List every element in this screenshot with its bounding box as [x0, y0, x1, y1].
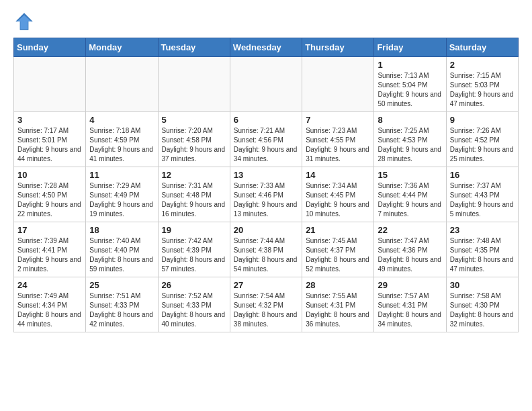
day-number: 22: [378, 225, 442, 235]
calendar-cell: 16Sunrise: 7:37 AM Sunset: 4:43 PM Dayli…: [446, 167, 518, 222]
day-info: Sunrise: 7:44 AM Sunset: 4:38 PM Dayligh…: [234, 236, 298, 274]
calendar-cell: [86, 57, 158, 112]
day-number: 11: [89, 170, 154, 180]
day-number: 16: [450, 170, 515, 180]
day-info: Sunrise: 7:34 AM Sunset: 4:45 PM Dayligh…: [306, 181, 370, 219]
day-info: Sunrise: 7:55 AM Sunset: 4:31 PM Dayligh…: [306, 291, 370, 329]
day-info: Sunrise: 7:48 AM Sunset: 4:35 PM Dayligh…: [450, 236, 515, 274]
calendar-cell: 9Sunrise: 7:26 AM Sunset: 4:52 PM Daylig…: [446, 112, 518, 167]
day-number: 18: [89, 225, 154, 235]
page: SundayMondayTuesdayWednesdayThursdayFrid…: [0, 0, 532, 339]
day-info: Sunrise: 7:58 AM Sunset: 4:30 PM Dayligh…: [450, 291, 515, 329]
header: [13, 11, 519, 32]
day-info: Sunrise: 7:52 AM Sunset: 4:33 PM Dayligh…: [162, 291, 226, 329]
day-info: Sunrise: 7:42 AM Sunset: 4:39 PM Dayligh…: [162, 236, 226, 274]
day-info: Sunrise: 7:28 AM Sunset: 4:50 PM Dayligh…: [17, 181, 82, 219]
day-info: Sunrise: 7:26 AM Sunset: 4:52 PM Dayligh…: [450, 126, 515, 164]
day-number: 28: [306, 280, 370, 290]
day-info: Sunrise: 7:18 AM Sunset: 4:59 PM Dayligh…: [89, 126, 154, 164]
day-number: 3: [17, 115, 82, 125]
weekday-header-monday: Monday: [86, 38, 158, 57]
calendar-week-row: 3Sunrise: 7:17 AM Sunset: 5:01 PM Daylig…: [14, 112, 519, 167]
day-info: Sunrise: 7:29 AM Sunset: 4:49 PM Dayligh…: [89, 181, 154, 219]
calendar-cell: 17Sunrise: 7:39 AM Sunset: 4:41 PM Dayli…: [14, 222, 86, 277]
day-number: 19: [162, 225, 226, 235]
weekday-header-wednesday: Wednesday: [230, 38, 302, 57]
calendar-cell: 23Sunrise: 7:48 AM Sunset: 4:35 PM Dayli…: [446, 222, 518, 277]
calendar-cell: 20Sunrise: 7:44 AM Sunset: 4:38 PM Dayli…: [230, 222, 302, 277]
day-info: Sunrise: 7:36 AM Sunset: 4:44 PM Dayligh…: [378, 181, 442, 219]
calendar-cell: 3Sunrise: 7:17 AM Sunset: 5:01 PM Daylig…: [14, 112, 86, 167]
calendar-cell: 14Sunrise: 7:34 AM Sunset: 4:45 PM Dayli…: [302, 167, 374, 222]
logo-icon: [13, 11, 35, 32]
calendar-cell: 15Sunrise: 7:36 AM Sunset: 4:44 PM Dayli…: [374, 167, 446, 222]
calendar-cell: 11Sunrise: 7:29 AM Sunset: 4:49 PM Dayli…: [86, 167, 158, 222]
calendar-week-row: 17Sunrise: 7:39 AM Sunset: 4:41 PM Dayli…: [14, 222, 519, 277]
calendar-cell: 28Sunrise: 7:55 AM Sunset: 4:31 PM Dayli…: [302, 277, 374, 332]
calendar-cell: 26Sunrise: 7:52 AM Sunset: 4:33 PM Dayli…: [158, 277, 230, 332]
weekday-header-friday: Friday: [374, 38, 446, 57]
day-number: 15: [378, 170, 442, 180]
day-number: 14: [306, 170, 370, 180]
day-info: Sunrise: 7:37 AM Sunset: 4:43 PM Dayligh…: [450, 181, 515, 219]
day-number: 1: [378, 60, 442, 70]
day-number: 27: [234, 280, 298, 290]
day-number: 20: [234, 225, 298, 235]
calendar-cell: 29Sunrise: 7:57 AM Sunset: 4:31 PM Dayli…: [374, 277, 446, 332]
day-number: 29: [378, 280, 442, 290]
day-info: Sunrise: 7:17 AM Sunset: 5:01 PM Dayligh…: [17, 126, 82, 164]
calendar-cell: 7Sunrise: 7:23 AM Sunset: 4:55 PM Daylig…: [302, 112, 374, 167]
day-number: 12: [162, 170, 226, 180]
calendar-week-row: 10Sunrise: 7:28 AM Sunset: 4:50 PM Dayli…: [14, 167, 519, 222]
calendar-cell: 8Sunrise: 7:25 AM Sunset: 4:53 PM Daylig…: [374, 112, 446, 167]
weekday-header-saturday: Saturday: [446, 38, 518, 57]
day-number: 2: [450, 60, 515, 70]
calendar-cell: 2Sunrise: 7:15 AM Sunset: 5:03 PM Daylig…: [446, 57, 518, 112]
day-number: 7: [306, 115, 370, 125]
calendar-cell: 10Sunrise: 7:28 AM Sunset: 4:50 PM Dayli…: [14, 167, 86, 222]
calendar-cell: 21Sunrise: 7:45 AM Sunset: 4:37 PM Dayli…: [302, 222, 374, 277]
day-info: Sunrise: 7:33 AM Sunset: 4:46 PM Dayligh…: [234, 181, 298, 219]
day-number: 30: [450, 280, 515, 290]
weekday-header-thursday: Thursday: [302, 38, 374, 57]
calendar-cell: [14, 57, 86, 112]
day-number: 25: [89, 280, 154, 290]
calendar-cell: [158, 57, 230, 112]
svg-marker-1: [17, 15, 32, 29]
day-number: 21: [306, 225, 370, 235]
calendar-cell: 22Sunrise: 7:47 AM Sunset: 4:36 PM Dayli…: [374, 222, 446, 277]
logo: [13, 11, 38, 32]
day-number: 8: [378, 115, 442, 125]
day-info: Sunrise: 7:31 AM Sunset: 4:48 PM Dayligh…: [162, 181, 226, 219]
day-number: 9: [450, 115, 515, 125]
calendar-cell: 13Sunrise: 7:33 AM Sunset: 4:46 PM Dayli…: [230, 167, 302, 222]
calendar-cell: 18Sunrise: 7:40 AM Sunset: 4:40 PM Dayli…: [86, 222, 158, 277]
weekday-header-row: SundayMondayTuesdayWednesdayThursdayFrid…: [14, 38, 519, 57]
calendar-cell: 25Sunrise: 7:51 AM Sunset: 4:33 PM Dayli…: [86, 277, 158, 332]
calendar-cell: 6Sunrise: 7:21 AM Sunset: 4:56 PM Daylig…: [230, 112, 302, 167]
day-number: 13: [234, 170, 298, 180]
day-info: Sunrise: 7:15 AM Sunset: 5:03 PM Dayligh…: [450, 71, 515, 109]
day-number: 10: [17, 170, 82, 180]
day-info: Sunrise: 7:47 AM Sunset: 4:36 PM Dayligh…: [378, 236, 442, 274]
day-number: 5: [162, 115, 226, 125]
weekday-header-sunday: Sunday: [14, 38, 86, 57]
calendar-cell: 19Sunrise: 7:42 AM Sunset: 4:39 PM Dayli…: [158, 222, 230, 277]
calendar-cell: 5Sunrise: 7:20 AM Sunset: 4:58 PM Daylig…: [158, 112, 230, 167]
day-number: 23: [450, 225, 515, 235]
day-info: Sunrise: 7:57 AM Sunset: 4:31 PM Dayligh…: [378, 291, 442, 329]
calendar-cell: 24Sunrise: 7:49 AM Sunset: 4:34 PM Dayli…: [14, 277, 86, 332]
calendar-week-row: 1Sunrise: 7:13 AM Sunset: 5:04 PM Daylig…: [14, 57, 519, 112]
calendar-cell: 30Sunrise: 7:58 AM Sunset: 4:30 PM Dayli…: [446, 277, 518, 332]
day-info: Sunrise: 7:13 AM Sunset: 5:04 PM Dayligh…: [378, 71, 442, 109]
calendar-cell: [230, 57, 302, 112]
calendar-cell: 27Sunrise: 7:54 AM Sunset: 4:32 PM Dayli…: [230, 277, 302, 332]
day-info: Sunrise: 7:45 AM Sunset: 4:37 PM Dayligh…: [306, 236, 370, 274]
day-number: 6: [234, 115, 298, 125]
weekday-header-tuesday: Tuesday: [158, 38, 230, 57]
day-info: Sunrise: 7:51 AM Sunset: 4:33 PM Dayligh…: [89, 291, 154, 329]
calendar-week-row: 24Sunrise: 7:49 AM Sunset: 4:34 PM Dayli…: [14, 277, 519, 332]
day-info: Sunrise: 7:23 AM Sunset: 4:55 PM Dayligh…: [306, 126, 370, 164]
calendar-cell: 1Sunrise: 7:13 AM Sunset: 5:04 PM Daylig…: [374, 57, 446, 112]
calendar-cell: [302, 57, 374, 112]
